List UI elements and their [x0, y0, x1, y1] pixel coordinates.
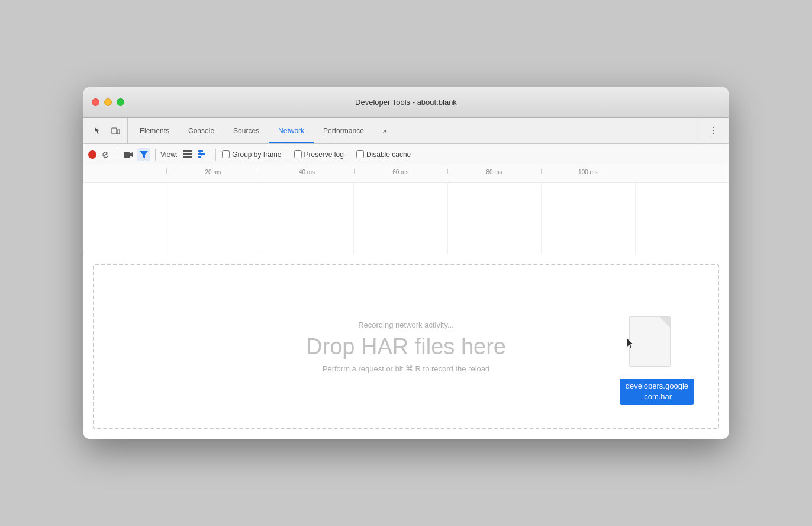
- svg-rect-9: [199, 152, 201, 154]
- record-button[interactable]: [88, 150, 96, 159]
- reload-text: Perform a request or hit ⌘ R to record t…: [323, 364, 490, 373]
- har-badge-line2: .com.har: [626, 392, 688, 402]
- devtools-menu-button[interactable]: ⋮: [705, 123, 721, 139]
- group-by-frame-checkbox[interactable]: [222, 150, 230, 158]
- titlebar: Developer Tools - about:blank: [83, 87, 729, 118]
- waterfall-view-button[interactable]: [196, 148, 210, 161]
- ruler-mark-80ms: 80 ms: [447, 169, 541, 175]
- svg-rect-2: [124, 152, 130, 158]
- file-icon: [629, 316, 671, 367]
- ruler-mark-100ms: 100 ms: [541, 169, 634, 175]
- tab-sources[interactable]: Sources: [224, 118, 269, 143]
- preserve-log-label: Preserve log: [304, 150, 344, 159]
- timeline-col-3: [354, 183, 448, 254]
- filter-button[interactable]: [137, 148, 150, 161]
- svg-rect-3: [183, 150, 192, 152]
- drop-text: Drop HAR files here: [306, 334, 506, 360]
- bottom-panel: Recording network activity... Drop HAR f…: [83, 254, 729, 439]
- timeline-col-5: [542, 183, 636, 254]
- svg-rect-4: [183, 153, 192, 155]
- view-label: View:: [160, 150, 178, 159]
- main-toolbar: Elements Console Sources Network Perform…: [83, 118, 729, 144]
- group-by-frame-checkbox-group[interactable]: Group by frame: [222, 150, 281, 159]
- network-toolbar: ⊘ View:: [83, 144, 729, 165]
- svg-rect-0: [112, 128, 117, 134]
- svg-rect-10: [201, 155, 202, 157]
- toolbar-right: ⋮: [700, 118, 726, 143]
- drop-area[interactable]: Recording network activity... Drop HAR f…: [93, 264, 719, 429]
- ruler-mark-40ms: 40 ms: [260, 169, 353, 175]
- ruler-mark-60ms: 60 ms: [354, 169, 447, 175]
- cursor-icon: [626, 336, 636, 353]
- traffic-lights: [92, 98, 124, 106]
- preserve-log-checkbox[interactable]: [294, 150, 302, 158]
- screenshot-button[interactable]: [122, 148, 135, 161]
- timeline-area: 20 ms 40 ms 60 ms 80 ms 100 ms: [83, 165, 729, 254]
- maximize-button[interactable]: [117, 98, 124, 106]
- toolbar-separator: [215, 149, 216, 161]
- timeline-col-rest: [636, 183, 729, 254]
- close-button[interactable]: [92, 98, 99, 106]
- tab-console[interactable]: Console: [179, 118, 224, 143]
- timeline-col-2: [260, 183, 355, 254]
- tab-elements[interactable]: Elements: [130, 118, 179, 143]
- inspect-icon[interactable]: [89, 123, 106, 139]
- svg-rect-1: [117, 130, 120, 134]
- disable-cache-checkbox-group[interactable]: Disable cache: [356, 150, 411, 159]
- timeline-ruler: 20 ms 40 ms 60 ms 80 ms 100 ms: [83, 165, 729, 183]
- timeline-col-1: [166, 183, 260, 254]
- recording-text: Recording network activity...: [358, 320, 454, 329]
- tab-more[interactable]: »: [373, 118, 397, 143]
- window-title: Developer Tools - about:blank: [355, 98, 457, 107]
- tab-network[interactable]: Network: [269, 118, 314, 143]
- timeline-grid: [83, 183, 729, 254]
- disable-cache-checkbox[interactable]: [356, 150, 364, 158]
- ruler-mark-20ms: 20 ms: [166, 169, 260, 175]
- svg-rect-6: [198, 150, 203, 152]
- tab-performance[interactable]: Performance: [314, 118, 373, 143]
- toolbar-divider-2: [155, 149, 156, 161]
- clear-button[interactable]: ⊘: [99, 148, 112, 161]
- toolbar-divider-1: [117, 149, 117, 161]
- device-toggle-icon[interactable]: [107, 123, 124, 139]
- svg-rect-8: [198, 156, 201, 158]
- minimize-button[interactable]: [104, 98, 112, 106]
- toolbar-separator-2: [288, 149, 288, 161]
- tabs-bar: Elements Console Sources Network Perform…: [130, 118, 700, 143]
- devtools-window: Developer Tools - about:blank Elements C: [83, 87, 729, 439]
- group-by-frame-label: Group by frame: [232, 150, 281, 159]
- list-view-button[interactable]: [181, 148, 194, 161]
- drop-area-content: Recording network activity... Drop HAR f…: [306, 320, 506, 373]
- har-badge: developers.google .com.har: [620, 379, 694, 405]
- svg-rect-5: [183, 156, 192, 158]
- toolbar-left-icons: [86, 118, 128, 143]
- preserve-log-checkbox-group[interactable]: Preserve log: [294, 150, 344, 159]
- har-badge-line1: developers.google: [626, 381, 688, 392]
- svg-rect-7: [198, 153, 205, 155]
- disable-cache-label: Disable cache: [366, 150, 411, 159]
- timeline-col-4: [448, 183, 542, 254]
- toolbar-separator-3: [350, 149, 350, 161]
